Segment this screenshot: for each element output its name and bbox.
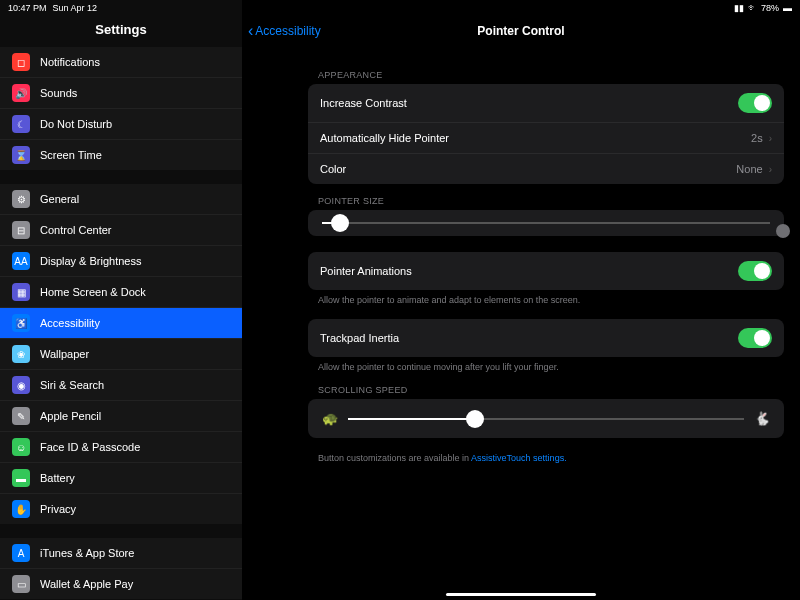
sidebar-item-label: Face ID & Passcode — [40, 441, 140, 453]
nav-bar: ‹ Accessibility Pointer Control — [242, 18, 800, 44]
sidebar-item-wallet-apple-pay[interactable]: ▭Wallet & Apple Pay — [0, 569, 242, 599]
wallet-apple-pay-icon: ▭ — [12, 575, 30, 593]
home-indicator[interactable] — [446, 593, 596, 596]
row-label: Color — [320, 163, 346, 175]
row-label: Increase Contrast — [320, 97, 407, 109]
row-autohide-pointer[interactable]: Automatically Hide Pointer 2s› — [308, 123, 784, 154]
status-bar: 10:47 PM Sun Apr 12 ▮▮ ᯤ 78% ▬ — [0, 0, 800, 16]
appearance-card: Increase Contrast Automatically Hide Poi… — [308, 84, 784, 184]
slider-thumb[interactable] — [331, 214, 349, 232]
privacy-icon: ✋ — [12, 500, 30, 518]
pointer-cursor-indicator — [776, 224, 790, 238]
sidebar-item-wallpaper[interactable]: ❀Wallpaper — [0, 339, 242, 370]
pointer-size-slider[interactable] — [322, 222, 770, 224]
section-header-pointer-size: POINTER SIZE — [318, 196, 784, 206]
screen-time-icon: ⌛ — [12, 146, 30, 164]
sidebar-item-label: iTunes & App Store — [40, 547, 134, 559]
sidebar-item-siri-search[interactable]: ◉Siri & Search — [0, 370, 242, 401]
button-customization-note: Button customizations are available in A… — [318, 452, 784, 465]
scrolling-speed-card: 🐢 🐇 — [308, 399, 784, 438]
home-screen-dock-icon: ▦ — [12, 283, 30, 301]
section-header-scrolling-speed: SCROLLING SPEED — [318, 385, 784, 395]
row-label: Automatically Hide Pointer — [320, 132, 449, 144]
chevron-right-icon: › — [769, 164, 772, 175]
pointer-size-card — [308, 210, 784, 236]
signal-icon: ▮▮ — [734, 3, 744, 13]
sidebar-item-label: Wallet & Apple Pay — [40, 578, 133, 590]
trackpad-inertia-note: Allow the pointer to continue moving aft… — [318, 361, 784, 374]
battery-percent: 78% — [761, 3, 779, 13]
sidebar-item-do-not-disturb[interactable]: ☾Do Not Disturb — [0, 109, 242, 140]
slider-thumb[interactable] — [466, 410, 484, 428]
display-brightness-icon: AA — [12, 252, 30, 270]
apple-pencil-icon: ✎ — [12, 407, 30, 425]
sidebar-item-general[interactable]: ⚙General — [0, 184, 242, 215]
toggle-trackpad-inertia[interactable] — [738, 328, 772, 348]
sidebar-item-label: Battery — [40, 472, 75, 484]
sidebar-item-label: Accessibility — [40, 317, 100, 329]
sidebar-item-label: Home Screen & Dock — [40, 286, 146, 298]
battery-icon: ▬ — [783, 3, 792, 13]
detail-pane: ‹ Accessibility Pointer Control APPEARAN… — [242, 0, 800, 600]
sidebar-item-control-center[interactable]: ⊟Control Center — [0, 215, 242, 246]
sidebar-title: Settings — [0, 18, 242, 47]
sidebar-item-itunes-app-store[interactable]: AiTunes & App Store — [0, 538, 242, 569]
accessibility-icon: ♿ — [12, 314, 30, 332]
section-header-appearance: APPEARANCE — [318, 70, 784, 80]
sidebar-item-screen-time[interactable]: ⌛Screen Time — [0, 140, 242, 170]
sidebar-item-label: General — [40, 193, 79, 205]
row-trackpad-inertia[interactable]: Trackpad Inertia — [308, 319, 784, 357]
wallpaper-icon: ❀ — [12, 345, 30, 363]
row-pointer-animations[interactable]: Pointer Animations — [308, 252, 784, 290]
sidebar-item-face-id-passcode[interactable]: ☺Face ID & Passcode — [0, 432, 242, 463]
row-label: Trackpad Inertia — [320, 332, 399, 344]
sidebar-item-notifications[interactable]: ◻Notifications — [0, 47, 242, 78]
sidebar-item-privacy[interactable]: ✋Privacy — [0, 494, 242, 524]
sidebar-item-display-brightness[interactable]: AADisplay & Brightness — [0, 246, 242, 277]
status-date: Sun Apr 12 — [53, 3, 98, 13]
back-label: Accessibility — [255, 24, 320, 38]
sidebar-item-label: Apple Pencil — [40, 410, 101, 422]
sidebar-item-label: Privacy — [40, 503, 76, 515]
do-not-disturb-icon: ☾ — [12, 115, 30, 133]
back-button[interactable]: ‹ Accessibility — [248, 22, 321, 40]
pointer-animations-note: Allow the pointer to animate and adapt t… — [318, 294, 784, 307]
sidebar-item-home-screen-dock[interactable]: ▦Home Screen & Dock — [0, 277, 242, 308]
sidebar-item-label: Notifications — [40, 56, 100, 68]
sidebar-item-sounds[interactable]: 🔊Sounds — [0, 78, 242, 109]
sidebar-item-label: Screen Time — [40, 149, 102, 161]
pointer-animations-card: Pointer Animations — [308, 252, 784, 290]
sidebar-item-accessibility[interactable]: ♿Accessibility — [0, 308, 242, 339]
scrolling-speed-slider[interactable] — [348, 418, 744, 420]
general-icon: ⚙ — [12, 190, 30, 208]
settings-sidebar: Settings ◻Notifications🔊Sounds☾Do Not Di… — [0, 0, 242, 600]
toggle-pointer-animations[interactable] — [738, 261, 772, 281]
itunes-app-store-icon: A — [12, 544, 30, 562]
chevron-left-icon: ‹ — [248, 22, 253, 40]
trackpad-inertia-card: Trackpad Inertia — [308, 319, 784, 357]
control-center-icon: ⊟ — [12, 221, 30, 239]
chevron-right-icon: › — [769, 133, 772, 144]
sidebar-item-battery[interactable]: ▬Battery — [0, 463, 242, 494]
row-color[interactable]: Color None› — [308, 154, 784, 184]
assistivetouch-link[interactable]: AssistiveTouch settings. — [471, 453, 567, 463]
sounds-icon: 🔊 — [12, 84, 30, 102]
hare-icon: 🐇 — [754, 411, 770, 426]
wifi-icon: ᯤ — [748, 3, 757, 13]
sidebar-item-label: Display & Brightness — [40, 255, 142, 267]
status-time: 10:47 PM — [8, 3, 47, 13]
face-id-passcode-icon: ☺ — [12, 438, 30, 456]
notifications-icon: ◻ — [12, 53, 30, 71]
row-increase-contrast[interactable]: Increase Contrast — [308, 84, 784, 123]
sidebar-item-label: Control Center — [40, 224, 112, 236]
row-label: Pointer Animations — [320, 265, 412, 277]
sidebar-item-label: Siri & Search — [40, 379, 104, 391]
page-title: Pointer Control — [477, 24, 564, 38]
toggle-increase-contrast[interactable] — [738, 93, 772, 113]
row-value: 2s — [751, 132, 763, 144]
battery-icon: ▬ — [12, 469, 30, 487]
sidebar-item-apple-pencil[interactable]: ✎Apple Pencil — [0, 401, 242, 432]
sidebar-item-label: Do Not Disturb — [40, 118, 112, 130]
tortoise-icon: 🐢 — [322, 411, 338, 426]
row-value: None — [736, 163, 762, 175]
